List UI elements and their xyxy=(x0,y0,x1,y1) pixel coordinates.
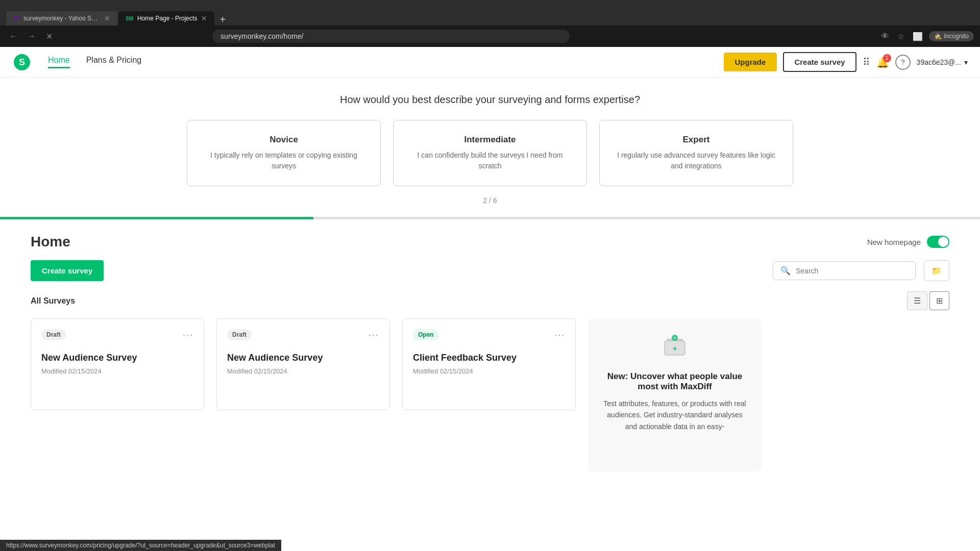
svg-text:S: S xyxy=(19,57,25,67)
close-tab-icon[interactable]: ✕ xyxy=(201,14,207,22)
survey-name-3: Client Feedback Survey xyxy=(413,353,565,363)
card-menu-3[interactable]: ··· xyxy=(554,330,565,340)
promo-card: + + New: Uncover what people value most … xyxy=(588,318,762,471)
search-icon: 🔍 xyxy=(780,266,791,276)
address-bar[interactable] xyxy=(212,30,570,43)
upgrade-button[interactable]: Upgrade xyxy=(724,53,777,71)
promo-description: Test attributes, features, or products w… xyxy=(600,398,749,432)
close-icon[interactable]: ✕ xyxy=(104,14,110,22)
folder-button[interactable]: 📁 xyxy=(924,260,949,281)
intermediate-title: Intermediate xyxy=(410,135,570,145)
homepage-toggle-container: New homepage xyxy=(867,236,949,248)
tab-surveymonkey[interactable]: SM Home Page - Projects ✕ xyxy=(118,11,214,26)
expertise-card-novice[interactable]: Novice I typically rely on templates or … xyxy=(187,120,381,186)
surveymonkey-logo-icon: S xyxy=(13,53,31,71)
browser-tabs: Y! surveymonkey - Yahoo Search ✕ SM Home… xyxy=(6,0,230,26)
tab-yahoo[interactable]: Y! surveymonkey - Yahoo Search ✕ xyxy=(6,11,117,26)
tab-title: Home Page - Projects xyxy=(137,15,197,22)
reload-button[interactable]: ✕ xyxy=(43,30,56,43)
view-toggle: ☰ ⊞ xyxy=(907,291,949,310)
all-surveys-label: All Surveys xyxy=(31,296,75,306)
search-box: 🔍 xyxy=(773,261,916,280)
expertise-section: How would you best describe your surveyi… xyxy=(0,78,980,217)
nav-icons: 👁 ☆ ⬜ 🕵️ Incognito xyxy=(879,30,974,43)
svg-text:+: + xyxy=(673,335,676,341)
card-menu-2[interactable]: ··· xyxy=(369,330,379,340)
apps-button[interactable]: ⠿ xyxy=(863,56,870,68)
create-survey-button[interactable]: Create survey xyxy=(31,260,104,281)
expert-description: I regularly use advanced survey features… xyxy=(616,150,776,171)
notification-badge: 1 xyxy=(883,54,891,62)
promo-icon: + + xyxy=(658,331,691,363)
search-input[interactable] xyxy=(796,267,908,275)
grid-view-button[interactable]: ⊞ xyxy=(929,291,949,310)
maxdiff-icon: + + xyxy=(658,331,691,363)
nav-actions: Upgrade Create survey ⠿ 🔔 1 ? 39ac6e23@.… xyxy=(724,52,968,72)
novice-description: I typically rely on templates or copying… xyxy=(204,150,364,171)
bookmark-icon[interactable]: ☆ xyxy=(895,30,906,43)
survey-card-1[interactable]: Draft ··· New Audience Survey Modified 0… xyxy=(31,318,204,410)
card-header-3: Open ··· xyxy=(413,329,565,340)
expertise-card-expert[interactable]: Expert I regularly use advanced survey f… xyxy=(599,120,793,186)
home-header: Home New homepage xyxy=(31,234,949,250)
back-button[interactable]: ← xyxy=(6,30,20,43)
main-nav: S Home Plans & Pricing Upgrade Create su… xyxy=(0,47,980,78)
browser-chrome: Y! surveymonkey - Yahoo Search ✕ SM Home… xyxy=(0,0,980,26)
user-menu[interactable]: 39ac6e23@... ▾ xyxy=(917,58,968,66)
survey-card-3[interactable]: Open ··· Client Feedback Survey Modified… xyxy=(402,318,576,410)
page-title: Home xyxy=(31,234,70,250)
status-badge-3: Open xyxy=(413,329,439,340)
grid-icon: ⊞ xyxy=(936,296,943,305)
survey-card-2[interactable]: Draft ··· New Audience Survey Modified 0… xyxy=(216,318,390,410)
survey-name-1: New Audience Survey xyxy=(41,353,193,363)
expertise-question: How would you best describe your surveyi… xyxy=(31,94,949,106)
expert-title: Expert xyxy=(616,135,776,145)
toggle-label: New homepage xyxy=(867,238,921,246)
nav-plans[interactable]: Plans & Pricing xyxy=(86,56,142,68)
intermediate-description: I can confidently build the surveys I ne… xyxy=(410,150,570,171)
status-bar: https://www.surveymonkey.com/pricing/upg… xyxy=(0,540,281,551)
nav-home[interactable]: Home xyxy=(48,56,70,68)
apps-icon: ⠿ xyxy=(863,57,870,68)
status-badge-2: Draft xyxy=(227,329,252,340)
survey-modified-3: Modified 02/15/2024 xyxy=(413,367,565,375)
chevron-down-icon: ▾ xyxy=(964,58,968,66)
promo-title: New: Uncover what people value most with… xyxy=(600,371,749,392)
survey-name-2: New Audience Survey xyxy=(227,353,379,363)
surveys-grid: Draft ··· New Audience Survey Modified 0… xyxy=(31,318,949,471)
help-button[interactable]: ? xyxy=(895,55,911,70)
toggle-knob xyxy=(938,237,948,247)
svg-text:+: + xyxy=(673,344,677,353)
expertise-card-intermediate[interactable]: Intermediate I can confidently build the… xyxy=(393,120,587,186)
incognito-label: Incognito xyxy=(944,33,969,40)
home-toolbar: Create survey 🔍 📁 xyxy=(31,260,949,281)
help-icon: ? xyxy=(901,58,905,66)
status-badge-1: Draft xyxy=(41,329,66,340)
sidebar-icon[interactable]: ⬜ xyxy=(911,30,925,43)
notifications-button[interactable]: 🔔 1 xyxy=(876,56,889,68)
all-surveys-header: All Surveys ☰ ⊞ xyxy=(31,291,949,310)
forward-button[interactable]: → xyxy=(24,30,39,43)
survey-modified-2: Modified 02/15/2024 xyxy=(227,367,379,375)
folder-icon: 📁 xyxy=(932,266,942,275)
add-tab-button[interactable]: + xyxy=(215,14,230,26)
list-icon: ☰ xyxy=(914,296,921,305)
list-view-button[interactable]: ☰ xyxy=(907,291,927,310)
tab-favicon: Y! xyxy=(13,15,19,22)
home-section: Home New homepage Create survey 🔍 📁 All … xyxy=(0,219,980,486)
eye-icon[interactable]: 👁 xyxy=(879,30,891,43)
logo[interactable]: S xyxy=(12,53,32,72)
user-label: 39ac6e23@... xyxy=(917,58,961,66)
toggle-switch[interactable] xyxy=(927,236,949,248)
tab-favicon: SM xyxy=(126,16,133,21)
incognito-badge: 🕵️ Incognito xyxy=(929,31,974,41)
nav-links: Home Plans & Pricing xyxy=(48,56,707,68)
browser-nav: ← → ✕ 👁 ☆ ⬜ 🕵️ Incognito xyxy=(0,26,980,47)
expertise-cards: Novice I typically rely on templates or … xyxy=(31,120,949,186)
incognito-icon: 🕵️ xyxy=(934,33,942,40)
novice-title: Novice xyxy=(204,135,364,145)
card-header-1: Draft ··· xyxy=(41,329,193,340)
card-header-2: Draft ··· xyxy=(227,329,379,340)
create-survey-nav-button[interactable]: Create survey xyxy=(783,52,856,72)
card-menu-1[interactable]: ··· xyxy=(183,330,193,340)
